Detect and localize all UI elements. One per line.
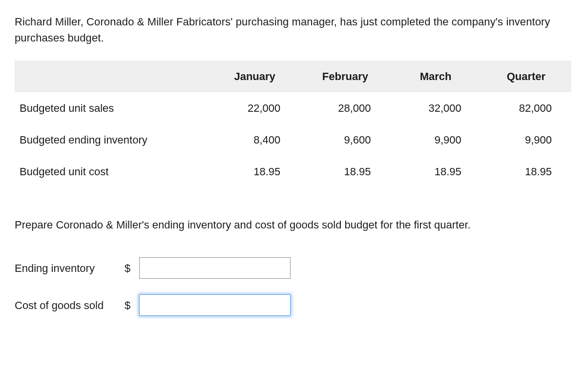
- cell-value: 18.95: [300, 156, 390, 187]
- dollar-sign: $: [125, 260, 139, 276]
- cost-of-goods-sold-row: Cost of goods sold $: [15, 294, 571, 316]
- header-march: March: [391, 61, 481, 92]
- ending-inventory-label: Ending inventory: [15, 260, 125, 276]
- cell-value: 9,900: [481, 124, 571, 156]
- cell-value: 9,900: [391, 124, 481, 156]
- cell-value: 18.95: [391, 156, 481, 187]
- cell-value: 18.95: [209, 156, 300, 187]
- cell-value: 32,000: [391, 92, 481, 124]
- ending-inventory-input[interactable]: [139, 257, 291, 279]
- intro-paragraph: Richard Miller, Coronado & Miller Fabric…: [15, 14, 571, 46]
- cell-value: 28,000: [300, 92, 390, 124]
- cost-of-goods-sold-input[interactable]: [139, 294, 291, 316]
- row-label: Budgeted unit cost: [15, 156, 209, 187]
- cost-of-goods-sold-label: Cost of goods sold: [15, 297, 125, 313]
- cell-value: 82,000: [481, 92, 571, 124]
- cell-value: 22,000: [209, 92, 300, 124]
- header-february: February: [300, 61, 390, 92]
- ending-inventory-row: Ending inventory $: [15, 257, 571, 279]
- table-row: Budgeted unit cost 18.95 18.95 18.95 18.…: [15, 156, 571, 187]
- table-row: Budgeted ending inventory 8,400 9,600 9,…: [15, 124, 571, 156]
- cell-value: 8,400: [209, 124, 300, 156]
- budget-table: January February March Quarter Budgeted …: [15, 61, 571, 187]
- header-january: January: [209, 61, 300, 92]
- header-quarter: Quarter: [481, 61, 571, 92]
- row-label: Budgeted ending inventory: [15, 124, 209, 156]
- instruction-paragraph: Prepare Coronado & Miller's ending inven…: [15, 217, 571, 233]
- table-row: Budgeted unit sales 22,000 28,000 32,000…: [15, 92, 571, 124]
- table-header-row: January February March Quarter: [15, 61, 571, 92]
- dollar-sign: $: [125, 297, 139, 313]
- row-label: Budgeted unit sales: [15, 92, 209, 124]
- cell-value: 9,600: [300, 124, 390, 156]
- cell-value: 18.95: [481, 156, 571, 187]
- header-blank: [15, 61, 209, 92]
